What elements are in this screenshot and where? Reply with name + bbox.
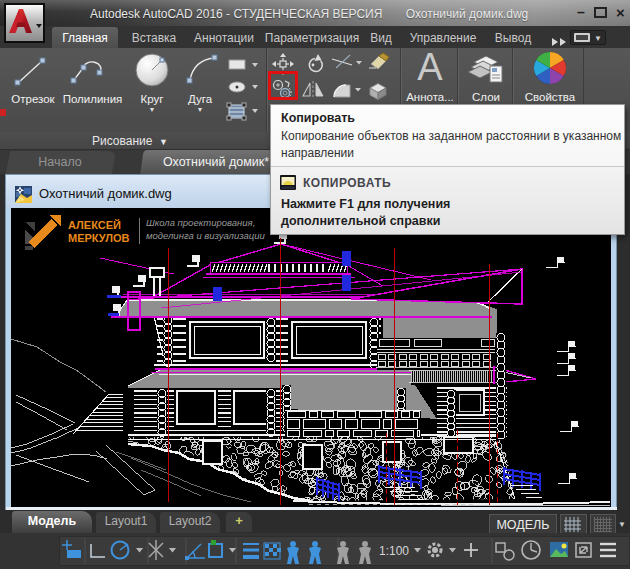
svg-text:1:100: 1:100	[379, 544, 409, 558]
svg-text:МЕРКУЛОВ: МЕРКУЛОВ	[68, 232, 130, 244]
svg-text:Школа проектирования,: Школа проектирования,	[146, 217, 255, 228]
svg-text:АЛЕКСЕЙ: АЛЕКСЕЙ	[68, 219, 121, 231]
svg-text:моделинга и визуализации: моделинга и визуализации	[146, 230, 266, 241]
